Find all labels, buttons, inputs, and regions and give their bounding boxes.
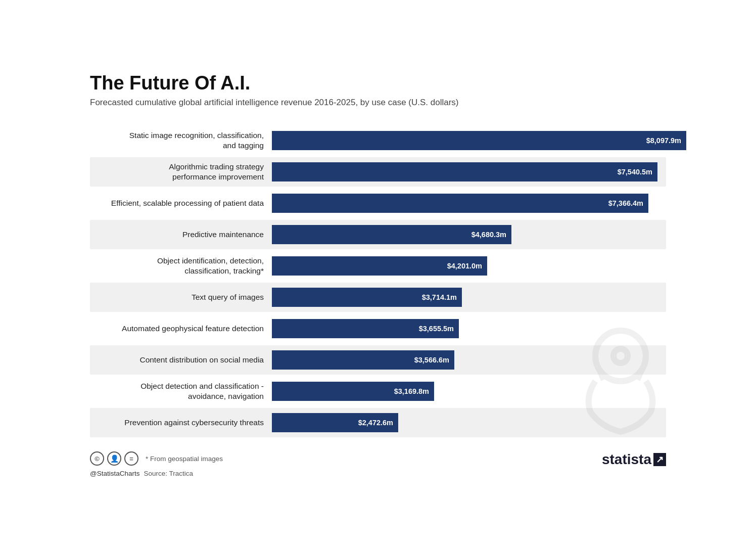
statista-text: statista <box>602 451 651 468</box>
bar-fill: $2,472.6m <box>272 413 398 432</box>
bar-area: $8,097.9m <box>272 127 686 154</box>
bar-fill: $3,169.8m <box>272 382 434 401</box>
bar-label: Efficient, scalable processing of patien… <box>90 198 272 208</box>
cc-icon: © <box>90 451 104 466</box>
bar-label: Content distribution on social media <box>90 355 272 365</box>
bar-value-label: $3,566.6m <box>414 356 449 364</box>
bar-row: Predictive maintenance$4,680.3m <box>90 220 666 249</box>
bar-fill: $7,540.5m <box>272 162 657 181</box>
person-icon: 👤 <box>107 451 121 466</box>
bar-fill: $3,655.5m <box>272 319 459 338</box>
bar-value-label: $2,472.6m <box>358 419 393 427</box>
bar-label: Automated geophysical feature detection <box>90 324 272 334</box>
bar-area: $4,201.0m <box>272 252 666 280</box>
footer-note: * From geospatial images <box>146 455 223 463</box>
bar-fill: $3,714.1m <box>272 288 462 307</box>
equals-icon: = <box>124 451 138 466</box>
footer-icons: © 👤 = * From geospatial images <box>90 451 223 466</box>
bar-area: $4,680.3m <box>272 221 666 248</box>
bar-fill: $8,097.9m <box>272 131 686 150</box>
bar-value-label: $4,680.3m <box>471 231 506 239</box>
bar-area: $7,540.5m <box>272 158 666 186</box>
bar-area: $3,714.1m <box>272 284 666 311</box>
bar-row: Algorithmic trading strategyperformance … <box>90 157 666 187</box>
chart-container: The Future Of A.I. Forecasted cumulative… <box>60 49 696 498</box>
footer-left: © 👤 = * From geospatial images @Statista… <box>90 451 223 477</box>
chart-title: The Future Of A.I. <box>90 73 666 94</box>
bar-row: Static image recognition, classification… <box>90 126 666 155</box>
bar-area: $7,366.4m <box>272 190 666 217</box>
statista-logo: statista↗ <box>602 451 666 468</box>
footer: © 👤 = * From geospatial images @Statista… <box>90 451 666 477</box>
bar-label: Static image recognition, classification… <box>90 130 272 151</box>
bar-fill: $3,566.6m <box>272 350 454 370</box>
bar-row: Efficient, scalable processing of patien… <box>90 189 666 218</box>
bar-label: Predictive maintenance <box>90 230 272 240</box>
bar-value-label: $4,201.0m <box>447 262 482 270</box>
bar-label: Object identification, detection,classif… <box>90 256 272 276</box>
bar-value-label: $8,097.9m <box>646 136 681 145</box>
bar-row: Object identification, detection,classif… <box>90 251 666 281</box>
bar-value-label: $3,169.8m <box>394 387 429 395</box>
bar-label: Prevention against cybersecurity threats <box>90 418 272 428</box>
bar-fill: $7,366.4m <box>272 194 648 213</box>
bar-value-label: $3,655.5m <box>419 325 454 333</box>
bar-label: Algorithmic trading strategyperformance … <box>90 162 272 182</box>
footer-source: Source: Tractica <box>144 470 194 477</box>
svg-point-2 <box>617 352 625 360</box>
bar-value-label: $7,366.4m <box>608 199 643 207</box>
chart-subtitle: Forecasted cumulative global artificial … <box>90 98 666 108</box>
bar-label: Object detection and classification -avo… <box>90 381 272 401</box>
bar-value-label: $3,714.1m <box>422 293 457 301</box>
bar-label: Text query of images <box>90 292 272 302</box>
bar-fill: $4,680.3m <box>272 225 511 244</box>
robot-watermark <box>575 326 666 437</box>
bar-value-label: $7,540.5m <box>618 168 652 176</box>
statista-arrow: ↗ <box>653 453 666 466</box>
bar-fill: $4,201.0m <box>272 256 487 276</box>
bar-row: Text query of images$3,714.1m <box>90 283 666 312</box>
footer-handle: @StatistaCharts <box>90 470 140 477</box>
